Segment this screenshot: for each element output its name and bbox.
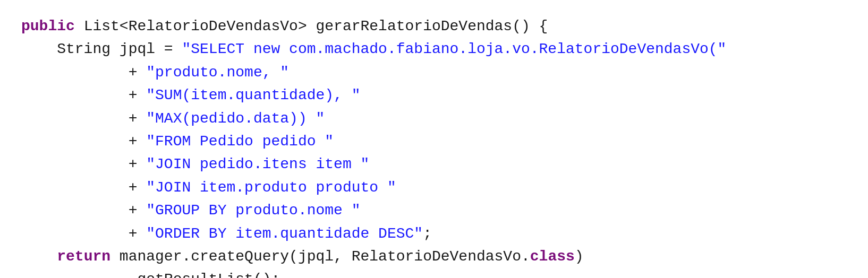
code-token: +	[21, 156, 146, 172]
code-line-line7: + "JOIN pedido.itens item "	[21, 153, 847, 176]
code-block: public List<RelatorioDeVendasVo> gerarRe…	[0, 0, 868, 278]
code-token: public	[21, 18, 84, 34]
code-token: class	[530, 248, 575, 265]
code-line-line9: + "GROUP BY produto.nome "	[21, 199, 847, 222]
code-line-line4: + "SUM(item.quantidade), "	[21, 84, 847, 107]
code-token: String jpql =	[21, 41, 182, 57]
code-token: "ORDER BY item.quantidade DESC"	[146, 225, 423, 242]
code-line-line8: + "JOIN item.produto produto "	[21, 176, 847, 199]
code-line-line5: + "MAX(pedido.data)) "	[21, 107, 847, 130]
code-token: +	[21, 225, 146, 242]
code-token: +	[21, 64, 146, 81]
code-token: "produto.nome, "	[146, 64, 289, 81]
code-token: manager.createQuery(jpql, RelatorioDeVen…	[120, 248, 530, 265]
code-line-line2: String jpql = "SELECT new com.machado.fa…	[21, 38, 847, 60]
code-token: .getResultList();	[21, 271, 280, 278]
code-line-line11: return manager.createQuery(jpql, Relator…	[21, 245, 847, 268]
code-token: ;	[423, 225, 432, 242]
code-token: "SELECT new com.machado.fabiano.loja.vo.…	[182, 41, 726, 57]
code-token	[21, 248, 57, 265]
code-line-line1: public List<RelatorioDeVendasVo> gerarRe…	[21, 15, 847, 38]
code-token: "SUM(item.quantidade), "	[146, 87, 360, 103]
code-token: "MAX(pedido.data)) "	[146, 110, 325, 127]
code-token: +	[21, 202, 146, 219]
code-line-line3: + "produto.nome, "	[21, 61, 847, 84]
code-line-line10: + "ORDER BY item.quantidade DESC";	[21, 222, 847, 245]
code-token: return	[57, 248, 120, 265]
code-token: +	[21, 87, 146, 103]
code-token: "FROM Pedido pedido "	[146, 133, 334, 150]
code-token: "GROUP BY produto.nome "	[146, 202, 360, 219]
code-token: +	[21, 133, 146, 150]
code-token: )	[575, 248, 584, 265]
code-token: "JOIN item.produto produto "	[146, 179, 396, 196]
code-line-line12: .getResultList();	[21, 268, 847, 278]
code-line-line6: + "FROM Pedido pedido "	[21, 130, 847, 153]
code-token: +	[21, 179, 146, 196]
code-token: +	[21, 110, 146, 127]
code-token: "JOIN pedido.itens item "	[146, 156, 369, 172]
code-token: List<RelatorioDeVendasVo> gerarRelatorio…	[84, 18, 548, 34]
